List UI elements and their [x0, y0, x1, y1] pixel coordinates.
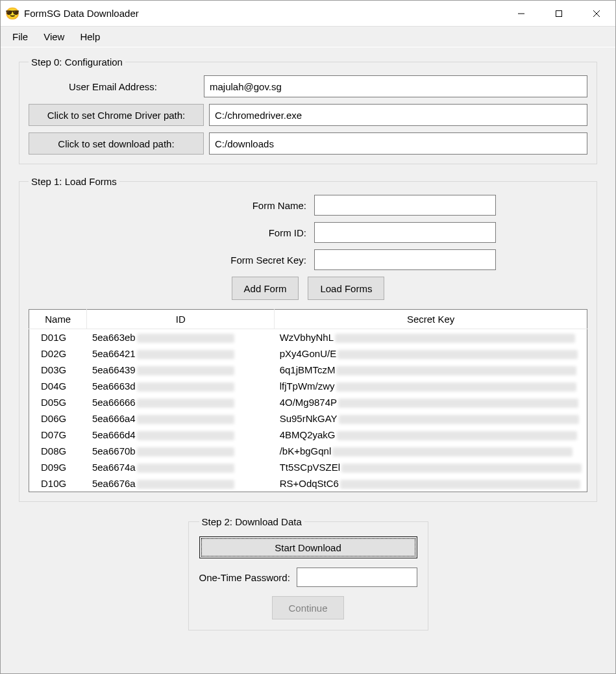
window-controls — [502, 1, 615, 26]
cell-secret: Su95rNkGAY — [275, 410, 587, 427]
cell-secret: lfjTpWm/zwy — [275, 378, 587, 394]
otp-input[interactable] — [297, 568, 417, 587]
cell-secret: 6q1jBMTczM — [275, 362, 587, 378]
app-window: 😎 FormSG Data Downloader File View Help … — [0, 0, 616, 674]
cell-secret: WzVbhyNhL — [275, 329, 587, 346]
add-form-button[interactable]: Add Form — [232, 277, 299, 300]
otp-label: One-Time Password: — [199, 572, 297, 583]
cell-name: D07G — [29, 427, 87, 443]
content-area: Step 0: Configuration User Email Address… — [1, 47, 615, 673]
cell-id: 5ea66421 — [87, 345, 275, 362]
cell-name: D02G — [29, 345, 87, 362]
cell-secret: 4BMQ2yakG — [275, 427, 587, 443]
menu-view[interactable]: View — [36, 29, 72, 45]
set-chrome-driver-button[interactable]: Click to set Chrome Driver path: — [29, 104, 204, 126]
cell-id: 5ea6676a — [87, 475, 275, 492]
step0-legend: Step 0: Configuration — [29, 56, 125, 68]
table-row[interactable]: D05G5ea666664O/Mg9874P — [29, 394, 587, 410]
step2-legend: Step 2: Download Data — [199, 516, 304, 527]
cell-secret: 4O/Mg9874P — [275, 394, 587, 410]
form-secret-label: Form Secret Key: — [29, 255, 314, 266]
table-row[interactable]: D08G5ea6670b/bK+bgGqnl — [29, 443, 587, 459]
cell-id: 5ea6670b — [87, 443, 275, 459]
cell-secret: Tt5SCpVSZEl — [275, 459, 587, 475]
set-download-path-button[interactable]: Click to set download path: — [29, 132, 204, 155]
col-id[interactable]: ID — [87, 310, 275, 329]
cell-id: 5ea663eb — [87, 329, 275, 346]
cell-id: 5ea66666 — [87, 394, 275, 410]
email-label: User Email Address: — [29, 81, 204, 92]
table-row[interactable]: D01G5ea663ebWzVbhyNhL — [29, 329, 587, 346]
start-download-button[interactable]: Start Download — [199, 536, 417, 558]
step1-group: Step 1: Load Forms Form Name: Form ID: F… — [19, 176, 597, 502]
form-name-input[interactable] — [314, 195, 496, 216]
col-secret[interactable]: Secret Key — [275, 310, 587, 329]
cell-secret: /bK+bgGqnl — [275, 443, 587, 459]
minimize-button[interactable] — [502, 1, 540, 26]
cell-secret: pXy4GonU/E — [275, 345, 587, 362]
cell-name: D09G — [29, 459, 87, 475]
cell-name: D10G — [29, 475, 87, 492]
window-title: FormSG Data Downloader — [24, 8, 502, 19]
email-input[interactable] — [204, 75, 587, 97]
cell-name: D08G — [29, 443, 87, 459]
menubar: File View Help — [1, 27, 615, 47]
cell-id: 5ea666a4 — [87, 410, 275, 427]
cell-name: D03G — [29, 362, 87, 378]
step2-group: Step 2: Download Data Start Download One… — [188, 516, 428, 630]
titlebar: 😎 FormSG Data Downloader — [1, 1, 615, 27]
step0-group: Step 0: Configuration User Email Address… — [19, 56, 597, 164]
load-forms-button[interactable]: Load Forms — [308, 277, 384, 300]
table-row[interactable]: D09G5ea6674aTt5SCpVSZEl — [29, 459, 587, 475]
cell-secret: RS+OdqStC6 — [275, 475, 587, 492]
table-row[interactable]: D07G5ea666d44BMQ2yakG — [29, 427, 587, 443]
form-id-label: Form ID: — [29, 227, 314, 238]
chrome-driver-path-input[interactable] — [209, 104, 587, 126]
continue-button[interactable]: Continue — [272, 596, 343, 619]
cell-name: D01G — [29, 329, 87, 346]
close-button[interactable] — [578, 1, 615, 26]
form-secret-input[interactable] — [314, 249, 496, 270]
menu-file[interactable]: File — [5, 29, 36, 45]
maximize-button[interactable] — [540, 1, 578, 26]
download-path-input[interactable] — [209, 132, 587, 155]
menu-help[interactable]: Help — [72, 29, 108, 45]
cell-name: D05G — [29, 394, 87, 410]
forms-table[interactable]: Name ID Secret Key D01G5ea663ebWzVbhyNhL… — [29, 309, 587, 492]
cell-name: D04G — [29, 378, 87, 394]
cell-name: D06G — [29, 410, 87, 427]
form-name-label: Form Name: — [29, 200, 314, 211]
svg-rect-1 — [556, 10, 562, 16]
cell-id: 5ea66439 — [87, 362, 275, 378]
app-icon: 😎 — [6, 7, 19, 20]
col-name[interactable]: Name — [29, 310, 87, 329]
table-row[interactable]: D04G5ea6663dlfjTpWm/zwy — [29, 378, 587, 394]
table-row[interactable]: D10G5ea6676aRS+OdqStC6 — [29, 475, 587, 492]
step1-legend: Step 1: Load Forms — [29, 176, 119, 187]
table-row[interactable]: D02G5ea66421pXy4GonU/E — [29, 345, 587, 362]
cell-id: 5ea666d4 — [87, 427, 275, 443]
form-id-input[interactable] — [314, 222, 496, 243]
table-row[interactable]: D06G5ea666a4Su95rNkGAY — [29, 410, 587, 427]
table-row[interactable]: D03G5ea664396q1jBMTczM — [29, 362, 587, 378]
cell-id: 5ea6674a — [87, 459, 275, 475]
cell-id: 5ea6663d — [87, 378, 275, 394]
